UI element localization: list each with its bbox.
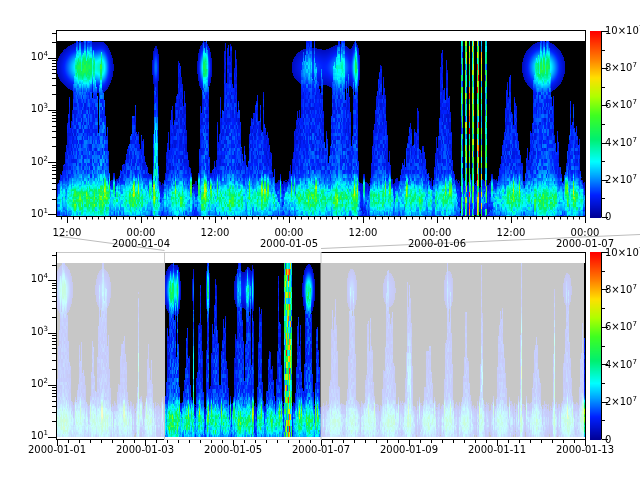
spectrogram-figure: 12:0000:002000-01-0412:0000:002000-01-05… [0,0,640,480]
zoom-selection-region[interactable] [164,252,321,440]
